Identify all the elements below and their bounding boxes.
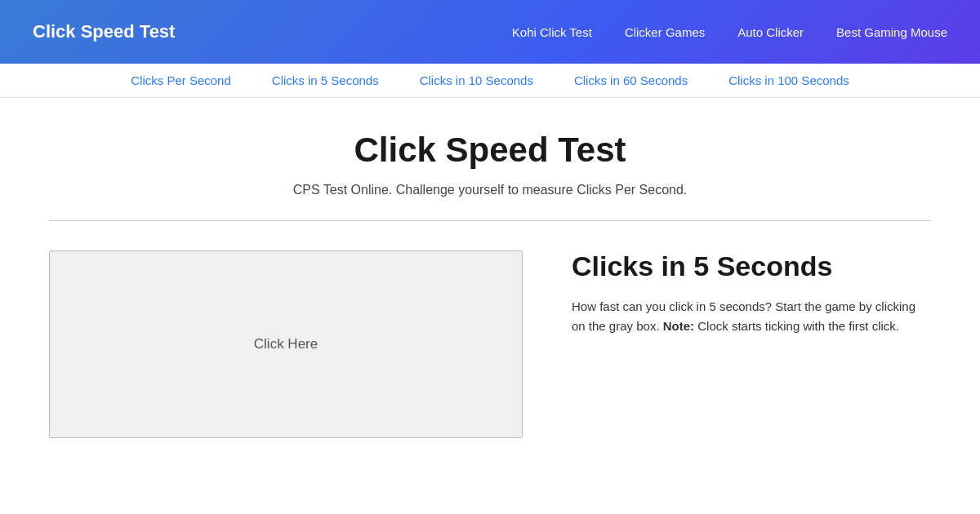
site-logo[interactable]: Click Speed Test: [33, 21, 175, 42]
info-note-label: Note:: [663, 319, 694, 333]
info-text: How fast can you click in 5 seconds? Sta…: [572, 297, 931, 336]
site-header: Click Speed Test Kohi Click Test Clicker…: [0, 0, 980, 64]
info-heading: Clicks in 5 Seconds: [572, 250, 931, 282]
click-box[interactable]: Click Here: [49, 250, 523, 438]
nav-kohi-click-test[interactable]: Kohi Click Test: [512, 25, 592, 39]
nav-clicker-games[interactable]: Clicker Games: [625, 25, 705, 39]
subnav-clicks-in-100-seconds[interactable]: Clicks in 100 Seconds: [728, 73, 849, 87]
subnav-clicks-in-60-seconds[interactable]: Clicks in 60 Seconds: [574, 73, 688, 87]
info-text-after-note: Clock starts ticking with the first clic…: [694, 319, 899, 333]
page-subtitle: CPS Test Online. Challenge yourself to m…: [49, 183, 931, 197]
subnav-clicks-in-5-seconds[interactable]: Clicks in 5 Seconds: [272, 73, 379, 87]
nav-auto-clicker[interactable]: Auto Clicker: [737, 25, 804, 39]
subnav-clicks-per-second[interactable]: Clicks Per Second: [131, 73, 231, 87]
info-panel: Clicks in 5 Seconds How fast can you cli…: [572, 250, 931, 336]
page-title: Click Speed Test: [49, 131, 931, 170]
divider: [49, 220, 931, 221]
nav-best-gaming-mouse[interactable]: Best Gaming Mouse: [836, 25, 947, 39]
click-box-wrapper: Click Here: [49, 250, 523, 438]
main-content: Click Speed Test CPS Test Online. Challe…: [0, 98, 980, 471]
main-navigation: Kohi Click Test Clicker Games Auto Click…: [512, 25, 947, 39]
sub-navigation: Clicks Per Second Clicks in 5 Seconds Cl…: [0, 64, 980, 98]
click-box-label: Click Here: [254, 336, 318, 352]
content-area: Click Here Clicks in 5 Seconds How fast …: [49, 250, 931, 438]
subnav-clicks-in-10-seconds[interactable]: Clicks in 10 Seconds: [420, 73, 533, 87]
